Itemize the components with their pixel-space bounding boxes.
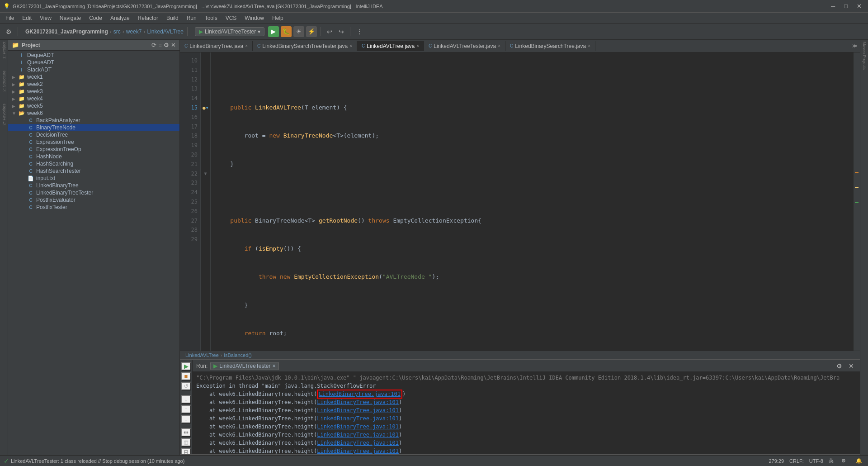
stack-trace-link-4[interactable]: LinkedBinaryTree.java:101 [317,415,399,422]
menu-vcs[interactable]: VCS [222,14,241,22]
run-button[interactable]: ▶ [268,26,279,37]
toolbar-more[interactable]: ⋮ [354,27,365,37]
run-resume-button[interactable]: ▶ [181,362,191,371]
stack-trace-link-5[interactable]: LinkedBinaryTree.java:101 [317,423,399,430]
maven-sidebar-icon[interactable]: Maven Projects [862,42,867,70]
project-sync-btn[interactable]: ⟳ [151,42,156,48]
tree-item-week4[interactable]: ▶ 📁 week4 [8,95,179,102]
favorites-sidebar-icon[interactable]: 2* Favorites [2,104,6,125]
minimize-button[interactable]: ─ [828,2,838,10]
close-button[interactable]: ✕ [854,2,864,10]
menu-window[interactable]: Window [241,14,268,22]
tree-item-queue[interactable]: I QueueADT [8,59,179,66]
tab-linkedbinarysearchtreetest[interactable]: C LinkedBinarySearchTreeTester.java × [253,41,357,51]
structure-sidebar-icon[interactable]: 2: Structure [2,71,6,92]
project-close-btn[interactable]: ✕ [171,42,176,48]
language-icon[interactable]: 英 [829,457,834,464]
tree-item-hashsearchtester[interactable]: C HashSearchTester [8,167,179,175]
run-line-4[interactable]: at week6.LinkedBinaryTree.height(LinkedB… [196,398,856,406]
run-soft-wrap-button[interactable]: ⇔ [181,428,191,437]
code-content[interactable]: public LinkedAVLTree(T element) { root =… [211,52,854,351]
tree-item-week1[interactable]: ▶ 📁 week1 [8,73,179,81]
tab-close-icon[interactable]: × [349,43,352,48]
maximize-button[interactable]: □ [841,2,850,10]
stack-trace-link-3[interactable]: LinkedBinaryTree.java:101 [317,407,399,414]
tree-item-expressiontreeop[interactable]: C ExpressionTreeOp [8,146,179,153]
run-previous-button[interactable]: ↑ [181,405,191,414]
tree-item-hashnode[interactable]: C HashNode [8,153,179,160]
run-panel-settings[interactable]: ⚙ [834,361,844,371]
tab-close-icon[interactable]: × [588,43,590,48]
project-settings-btn[interactable]: ⚙ [164,42,169,48]
run-line-6[interactable]: at week6.LinkedBinaryTree.height(LinkedB… [196,414,856,423]
run-panel-close[interactable]: ✕ [846,361,856,371]
project-collapse-btn[interactable]: ≡ [158,42,162,48]
toolbar-settings[interactable]: ⚙ [4,27,14,37]
tree-item-week2[interactable]: ▶ 📁 week2 [8,81,179,88]
coverage-button[interactable]: ☀ [293,26,304,37]
breadcrumb-file[interactable]: LinkedAVLTree [147,29,184,35]
menu-refactor[interactable]: Refactor [134,14,162,22]
status-notifications-btn[interactable]: 🔔 [854,456,864,465]
project-sidebar-icon[interactable]: 1: Project [2,42,6,59]
menu-code[interactable]: Code [85,14,106,22]
tab-linkedavltree[interactable]: C LinkedAVLTree.java × [357,41,424,51]
editor-scrollbar[interactable] [854,52,860,351]
status-settings-btn[interactable]: ⚙ [839,456,848,465]
run-scroll-end-button[interactable]: ⤓ [181,395,191,404]
debug-button[interactable]: 🐛 [281,26,292,37]
stack-trace-link-6[interactable]: LinkedBinaryTree.java:101 [317,432,399,438]
menu-navigate[interactable]: Navigate [56,14,85,22]
run-clear-button[interactable]: 🗑 [181,438,191,447]
tree-item-decisiontree[interactable]: C DecisionTree [8,131,179,138]
menu-build[interactable]: Build [163,14,182,22]
tree-item-inputtxt[interactable]: 📄 input.txt [8,175,179,182]
tree-item-week6[interactable]: ▼ 📂 week6 [8,109,179,117]
editor-tab-more[interactable]: ≫ [850,42,860,50]
run-config-dropdown[interactable]: ▶ LinkedAVLTreeTester ▾ [195,27,264,36]
menu-view[interactable]: View [36,14,55,22]
run-rerun-button[interactable]: ↺ [181,382,191,390]
tree-item-postfixevaluator[interactable]: C PostfixEvaluator [8,196,179,204]
tab-close-icon[interactable]: × [416,43,419,48]
tree-item-binarytreenode[interactable]: C BinaryTreeNode [8,124,179,131]
run-config-tab[interactable]: ▶ LinkedAVLTreeTester × [210,362,278,370]
tree-item-expressiontree[interactable]: C ExpressionTree [8,138,179,146]
menu-help[interactable]: Help [269,14,287,22]
run-line-7[interactable]: at week6.LinkedBinaryTree.height(LinkedB… [196,423,856,431]
tree-item-linkedbinarytreetest[interactable]: C LinkedBinaryTreeTester [8,189,179,196]
tab-close-icon[interactable]: × [245,43,248,48]
editor-bc-class[interactable]: LinkedAVLTree [185,352,219,358]
run-output[interactable]: "C:\Program Files\Java\jdk-10.0.1\bin\ja… [193,372,860,454]
run-next-button[interactable]: ↓ [181,415,191,423]
editor-bc-method[interactable]: isBalanced() [224,352,251,358]
close-run-icon[interactable]: × [273,363,276,369]
stack-trace-link-1[interactable]: LinkedBinaryTree.java:101 [317,390,402,399]
run-line-8[interactable]: at week6.LinkedBinaryTree.height(LinkedB… [196,431,856,439]
encoding[interactable]: UTF-8 [809,458,823,464]
stack-trace-link-2[interactable]: LinkedBinaryTree.java:101 [317,399,399,405]
run-line-5[interactable]: at week6.LinkedBinaryTree.height(LinkedB… [196,406,856,414]
breadcrumb-src[interactable]: src [113,29,121,35]
toolbar-redo[interactable]: ↪ [336,27,346,37]
code-editor[interactable]: 10 11 12 13 14 15 16 17 18 19 20 21 22 2… [180,52,860,351]
toolbar-undo[interactable]: ↩ [325,27,335,37]
menu-edit[interactable]: Edit [19,14,35,22]
stack-trace-link-7[interactable]: LinkedBinaryTree.java:101 [317,440,399,446]
run-line-3[interactable]: at week6.LinkedBinaryTree.height(LinkedB… [196,390,856,398]
menu-run[interactable]: Run [183,14,200,22]
run-line-9[interactable]: at week6.LinkedBinaryTree.height(LinkedB… [196,439,856,447]
run-line-10[interactable]: at week6.LinkedBinaryTree.height(LinkedB… [196,447,856,454]
cursor-position[interactable]: 279:29 [769,458,784,464]
line-ending[interactable]: CRLF: [789,458,804,464]
menu-tools[interactable]: Tools [201,14,221,22]
tab-linkedavltreetester[interactable]: C LinkedAVLTreeTester.java × [424,41,505,51]
breadcrumb-week7[interactable]: week7 [126,29,142,35]
run-stop-button[interactable]: ■ [181,372,191,380]
profile-button[interactable]: ⚡ [306,26,317,37]
tree-item-backpain[interactable]: C BackPainAnalyzer [8,117,179,124]
tab-close-icon[interactable]: × [498,43,500,48]
tree-item-week3[interactable]: ▶ 📁 week3 [8,88,179,95]
tree-item-stack[interactable]: I StackADT [8,66,179,73]
tab-linkedbinarytree[interactable]: C LinkedBinaryTree.java × [180,41,253,51]
